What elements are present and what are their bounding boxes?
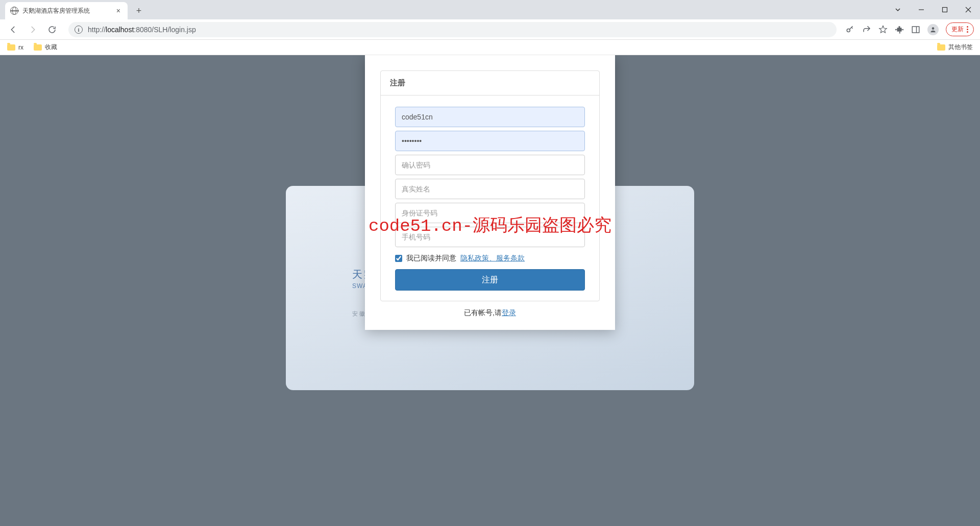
agree-row: 我已阅读并同意 隐私政策、服务条款: [395, 251, 585, 269]
svg-point-2: [847, 29, 850, 32]
new-tab-button[interactable]: +: [132, 4, 146, 18]
svg-rect-1: [943, 8, 947, 12]
update-button[interactable]: 更新: [946, 22, 974, 36]
page-viewport: 天鹅 SWAN 安 徽 注册 我已阅读并同意 隐私政策、服务条款 注册: [0, 55, 980, 526]
terms-link[interactable]: 隐私政策、服务条款: [460, 254, 525, 263]
login-link[interactable]: 登录: [502, 308, 516, 317]
back-button[interactable]: [6, 22, 20, 37]
dropdown-icon[interactable]: [886, 0, 910, 19]
share-icon[interactable]: [862, 25, 871, 34]
close-icon[interactable]: ×: [114, 7, 122, 15]
sidepanel-icon[interactable]: [911, 25, 920, 34]
folder-icon: [937, 44, 945, 51]
info-icon[interactable]: i: [75, 26, 83, 34]
globe-icon: [10, 7, 18, 15]
menu-dots-icon: [967, 26, 968, 33]
svg-point-5: [932, 27, 935, 30]
key-icon[interactable]: [846, 25, 855, 34]
minimize-button[interactable]: [910, 0, 933, 19]
other-bookmarks[interactable]: 其他书签: [937, 43, 973, 52]
panel-header: 注册: [381, 71, 599, 95]
bookmarks-bar: rx 收藏 其他书签: [0, 40, 980, 55]
phone-input[interactable]: [395, 227, 585, 247]
tab-strip: 天鹅湖酒店客房管理系统 × +: [0, 0, 980, 19]
forward-button[interactable]: [26, 22, 40, 37]
other-bookmarks-label: 其他书签: [948, 43, 973, 52]
register-panel: 注册 我已阅读并同意 隐私政策、服务条款 注册: [380, 70, 600, 301]
toolbar-right: 更新: [846, 22, 974, 36]
panel-body: 我已阅读并同意 隐私政策、服务条款 注册: [381, 95, 599, 301]
update-label: 更新: [951, 25, 964, 34]
window-controls: [886, 0, 980, 19]
realname-input[interactable]: [395, 179, 585, 199]
password-input[interactable]: [395, 131, 585, 151]
folder-icon: [34, 44, 42, 51]
svg-rect-3: [912, 27, 919, 33]
idcard-input[interactable]: [395, 203, 585, 223]
address-bar[interactable]: i http://localhost:8080/SLH/login.jsp: [68, 22, 837, 37]
url-text: http://localhost:8080/SLH/login.jsp: [88, 26, 196, 34]
register-modal: 注册 我已阅读并同意 隐私政策、服务条款 注册 已有帐号,请登录: [365, 55, 615, 330]
username-input[interactable]: [395, 107, 585, 127]
bookmark-label: rx: [18, 44, 23, 51]
extensions-icon[interactable]: [895, 25, 904, 34]
folder-icon: [7, 44, 15, 51]
close-window-button[interactable]: [957, 0, 980, 19]
toolbar: i http://localhost:8080/SLH/login.jsp 更新: [0, 19, 980, 40]
confirm-password-input[interactable]: [395, 155, 585, 175]
star-icon[interactable]: [878, 25, 888, 34]
tab-title: 天鹅湖酒店客房管理系统: [22, 7, 110, 15]
agree-text: 我已阅读并同意: [406, 254, 456, 263]
profile-icon[interactable]: [927, 24, 939, 35]
agree-checkbox[interactable]: [395, 255, 402, 262]
login-prompt-prefix: 已有帐号,请: [464, 308, 502, 317]
reload-button[interactable]: [45, 22, 59, 37]
bookmark-label: 收藏: [45, 43, 57, 52]
bookmark-favorites[interactable]: 收藏: [34, 43, 57, 52]
maximize-button[interactable]: [933, 0, 957, 19]
browser-tab[interactable]: 天鹅湖酒店客房管理系统 ×: [5, 2, 128, 19]
browser-chrome: 天鹅湖酒店客房管理系统 × + i http://localhost:8080/…: [0, 0, 980, 55]
register-button[interactable]: 注册: [395, 269, 585, 291]
bookmark-rx[interactable]: rx: [7, 44, 23, 51]
login-prompt: 已有帐号,请登录: [380, 301, 600, 318]
